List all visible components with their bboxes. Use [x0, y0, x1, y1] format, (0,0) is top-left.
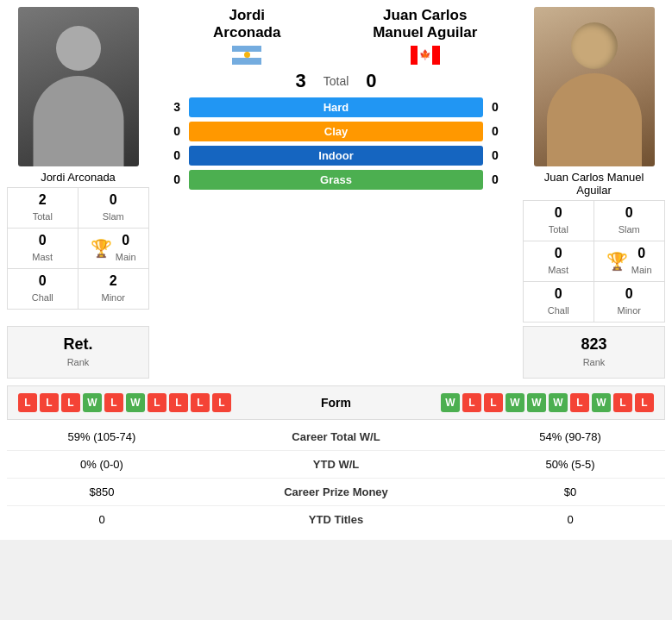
right-career-wl: 54% (90-78) [475, 423, 665, 451]
can-center: 🍁 [418, 46, 432, 65]
right-stats-grid: 0 Total 0 Slam 0 Mast 🏆 0 Main [523, 200, 665, 323]
form-badge-w: W [441, 393, 460, 412]
grass-surface-badge: Grass [189, 170, 483, 190]
left-slam-lbl: Slam [103, 211, 124, 222]
left-trophy-icon: 🏆 [91, 238, 112, 259]
left-name-l2: Arconada [158, 24, 336, 41]
form-badge-l: L [570, 393, 589, 412]
right-name-under-photo: Juan Carlos Manuel Aguilar [523, 171, 665, 197]
form-badge-l: L [148, 393, 166, 412]
left-ytd-wl: 0% (0-0) [7, 451, 197, 479]
right-name-l1: Juan Carlos [336, 7, 515, 24]
ytd-wl-label: YTD W/L [197, 451, 475, 479]
total-right-score: 0 [366, 70, 376, 92]
form-badge-l: L [635, 393, 654, 412]
total-center-lbl: Total [323, 74, 349, 88]
ytd-titles-label: YTD Titles [197, 506, 475, 534]
right-minor-val: 0 [596, 286, 663, 302]
center-col: Jordi Arconada Juan Carlos [149, 7, 523, 323]
left-chall-lbl: Chall [32, 292, 53, 303]
form-badge-l: L [191, 393, 210, 412]
left-mid-stats: Ret. Rank [7, 326, 149, 379]
right-trophy-main-cell: 🏆 0 Main [594, 241, 665, 282]
right-chall-lbl: Chall [548, 305, 569, 316]
total-scores: 3 Total 0 [149, 65, 523, 94]
form-badge-l: L [104, 393, 123, 412]
total-left-score: 3 [295, 70, 305, 92]
left-name-l1: Jordi [158, 7, 336, 24]
form-label: Form [321, 396, 351, 410]
form-badge-w: W [506, 393, 524, 412]
right-rank-mid-val: 823 [581, 335, 606, 354]
grass-surface-row: 0 Grass 0 [166, 170, 506, 190]
left-chall-cell: 0 Chall [8, 269, 79, 309]
ytd-wl-row: 0% (0-0) YTD W/L 50% (5-5) [7, 451, 665, 479]
hard-l: 3 [166, 100, 180, 114]
right-rank-mid-lbl: Rank [583, 357, 606, 367]
right-form-badges: WLLWWWLWLL [441, 393, 654, 412]
form-badge-l: L [462, 393, 481, 412]
left-photo [18, 7, 139, 166]
right-trophy-icon: 🏆 [606, 251, 628, 272]
top-row: Jordi Arconada 2 Total 0 Slam 0 Mast 🏆 [7, 7, 665, 323]
right-slam-lbl: Slam [619, 224, 640, 235]
right-prize: $0 [475, 479, 665, 506]
grass-r: 0 [492, 172, 506, 186]
arg-sun [244, 52, 250, 58]
form-badge-l: L [40, 393, 59, 412]
right-name-l2: Manuel Aguilar [336, 24, 515, 41]
left-flag-wrap [158, 46, 336, 65]
right-total-val: 0 [525, 205, 592, 221]
left-slam-cell: 0 Slam [79, 188, 149, 229]
left-rank-mid-lbl: Rank [67, 357, 90, 367]
left-mast-val: 0 [9, 233, 76, 248]
right-photo-col: Juan Carlos Manuel Aguilar 0 Total 0 Sla… [523, 7, 665, 323]
form-badge-l: L [18, 393, 37, 412]
clay-l: 0 [166, 124, 180, 138]
form-badge-w: W [549, 393, 568, 412]
right-flag: 🍁 [411, 46, 440, 65]
left-body-shape [33, 76, 123, 166]
clay-r: 0 [492, 124, 506, 138]
left-total-cell: 2 Total [8, 188, 79, 229]
right-head-shape [571, 22, 618, 69]
right-mid-stats: 823 Rank [523, 326, 665, 379]
form-badge-w: W [126, 393, 145, 412]
left-career-wl: 59% (105-74) [7, 423, 197, 451]
prize-label: Career Prize Money [197, 479, 475, 506]
prize-row: $850 Career Prize Money $0 [7, 479, 665, 506]
arg-stripe1 [232, 46, 261, 52]
can-left [411, 46, 418, 65]
left-head-shape [56, 26, 101, 71]
left-flag [232, 46, 261, 65]
stats-table: 59% (105-74) Career Total W/L 54% (90-78… [7, 423, 665, 533]
left-main-lbl: Main [116, 252, 136, 262]
form-badge-l: L [212, 393, 231, 412]
left-slam-val: 0 [80, 192, 148, 208]
left-trophy-main-cell: 🏆 0 Main [79, 229, 149, 269]
indoor-r: 0 [492, 148, 506, 162]
right-slam-cell: 0 Slam [594, 201, 665, 241]
app: Jordi Arconada 2 Total 0 Slam 0 Mast 🏆 [0, 0, 672, 540]
hard-surface-row: 3 Hard 0 [166, 97, 506, 117]
grass-l: 0 [166, 172, 180, 186]
names-flags-row: Jordi Arconada Juan Carlos [149, 7, 523, 65]
career-wl-label: Career Total W/L [197, 423, 475, 451]
form-badge-w: W [83, 393, 102, 412]
arg-stripe2 [232, 52, 261, 58]
left-name-under-photo: Jordi Arconada [37, 171, 119, 184]
hard-r: 0 [492, 100, 506, 114]
left-mast-lbl: Mast [32, 252, 53, 262]
right-chall-cell: 0 Chall [524, 282, 594, 322]
right-ytd-wl: 50% (5-5) [475, 451, 665, 479]
form-badge-l: L [484, 393, 503, 412]
can-right [432, 46, 440, 65]
right-main-cell-inner: 0 Main [631, 246, 652, 277]
left-name-flag: Jordi Arconada [158, 7, 336, 65]
left-mast-cell: 0 Mast [8, 229, 79, 269]
indoor-l: 0 [166, 148, 180, 162]
left-total-lbl: Total [33, 211, 53, 222]
right-total-lbl: Total [549, 224, 568, 235]
middle-stats-row: Ret. Rank 823 Rank [7, 326, 665, 379]
left-rank-mid: Ret. Rank [60, 327, 96, 378]
